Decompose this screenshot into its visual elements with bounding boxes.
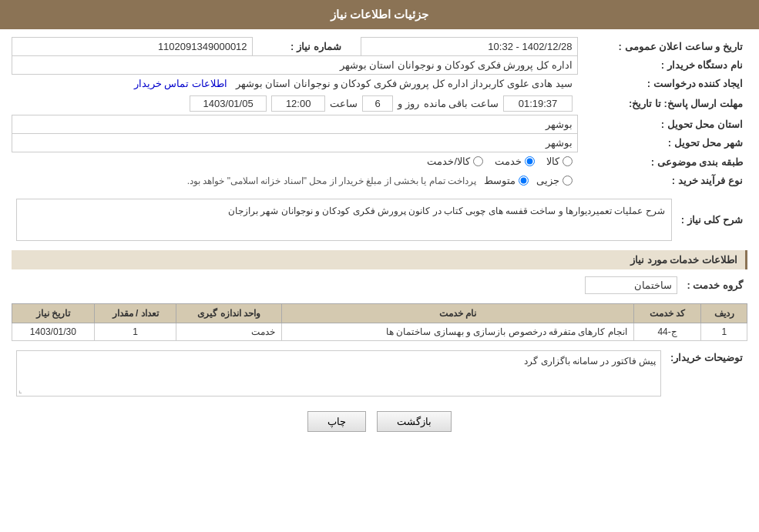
radio-medium-input[interactable] [519, 176, 529, 186]
remaining-value: 01:19:37 [503, 95, 573, 112]
send-time-value: 12:00 [271, 95, 325, 112]
page-header: جزئیات اطلاعات نیاز [0, 0, 759, 29]
cell-date: 1403/01/30 [12, 323, 95, 341]
col-unit: واحد اندازه گیری [176, 304, 282, 323]
purchase-type-row: جزیی متوسط پرداخت تمام یا بخشی از مبلغ خ… [12, 172, 578, 189]
description-label: شرح کلی نیاز : [677, 196, 747, 244]
send-date-label: مهلت ارسال پاسخ: تا تاریخ: [577, 92, 747, 115]
radio-partial-label: جزیی [536, 175, 559, 186]
province-label: استان محل تحویل : [577, 115, 747, 134]
buyer-notes-table: توضیحات خریدار: پیش فاکتور در سامانه باگ… [12, 347, 747, 400]
need-number-label: شماره نیاز : [252, 38, 346, 56]
col-quantity: تعداد / مقدار [94, 304, 176, 323]
purchase-type-desc: پرداخت تمام یا بخشی از مبلغ خریدار از مح… [187, 176, 476, 186]
send-day-value: 6 [362, 95, 393, 112]
resize-handle: ⌞ [18, 386, 22, 394]
group-value-cell: ساختمان [12, 273, 682, 297]
radio-goods-service-label: کالا/خدمت [427, 156, 470, 167]
buyer-notes-box: پیش فاکتور در سامانه باگزاری گرد ⌞ [16, 350, 661, 396]
city-value: بوشهر [12, 134, 578, 152]
print-button[interactable]: چاپ [307, 411, 366, 432]
buyer-org-label: نام دستگاه خریدار : [577, 56, 747, 75]
radio-goods-input[interactable] [563, 156, 573, 166]
created-by-label: ایجاد کننده درخواست : [577, 75, 747, 93]
created-by-row: سید هادی علوی کاربرداز اداره کل پرورش فک… [12, 75, 578, 93]
created-by-value: سید هادی علوی کاربرداز اداره کل پرورش فک… [236, 78, 573, 89]
category-row: کالا خدمت کالا/خدمت [12, 152, 578, 172]
purchase-type-label: نوع فرآیند خرید : [577, 172, 747, 189]
cell-service-code: ج-44 [633, 323, 701, 341]
cell-row-num: 1 [701, 323, 747, 341]
radio-partial[interactable]: جزیی [536, 175, 573, 186]
radio-goods-label: کالا [546, 156, 559, 167]
contact-link[interactable]: اطلاعات تماس خریدار [134, 78, 227, 89]
group-value: ساختمان [585, 276, 677, 294]
radio-medium-label: متوسط [484, 175, 516, 186]
page-title: جزئیات اطلاعات نیاز [331, 8, 428, 21]
category-label: طبقه بندی موضوعی : [577, 152, 747, 172]
page-wrapper: جزئیات اطلاعات نیاز تاریخ و ساعت اعلان ع… [0, 0, 759, 532]
remaining-label: ساعت باقی مانده [424, 98, 499, 109]
col-service-name: نام خدمت [282, 304, 634, 323]
radio-goods-service-input[interactable] [473, 156, 483, 166]
send-time-label: ساعت [330, 98, 358, 109]
info-table: تاریخ و ساعت اعلان عمومی : 1402/12/28 - … [12, 37, 747, 189]
city-label: شهر محل تحویل : [577, 134, 747, 152]
description-cell: شرح عملیات تعمیردیوارها و ساخت قفسه های … [12, 196, 677, 244]
col-date: تاریخ نیاز [12, 304, 95, 323]
buyer-notes-label: توضیحات خریدار: [666, 347, 747, 400]
buyer-notes-cell: پیش فاکتور در سامانه باگزاری گرد ⌞ [12, 347, 666, 400]
services-table: ردیف کد خدمت نام خدمت واحد اندازه گیری ت… [12, 303, 747, 341]
col-service-code: کد خدمت [633, 304, 701, 323]
table-row: 1 ج-44 انجام کارهای متفرقه درخصوص بازساز… [12, 323, 747, 341]
buttons-row: بازگشت چاپ [12, 411, 747, 432]
services-section-title: اطلاعات خدمات مورد نیاز [12, 250, 747, 269]
radio-goods[interactable]: کالا [546, 156, 573, 167]
cell-unit: خدمت [176, 323, 282, 341]
description-table: شرح کلی نیاز : شرح عملیات تعمیردیوارها و… [12, 196, 747, 244]
group-service-table: گروه خدمت : ساختمان [12, 273, 747, 297]
need-number-value: 1102091349000012 [12, 38, 253, 56]
radio-partial-input[interactable] [563, 176, 573, 186]
announcement-value: 1402/12/28 - 10:32 [361, 38, 577, 56]
radio-medium[interactable]: متوسط [484, 175, 529, 186]
description-box: شرح عملیات تعمیردیوارها و ساخت قفسه های … [16, 199, 672, 241]
back-button[interactable]: بازگشت [377, 411, 452, 432]
col-row-num: ردیف [701, 304, 747, 323]
radio-goods-service[interactable]: کالا/خدمت [427, 156, 483, 167]
send-date-value: 1403/01/05 [190, 95, 267, 112]
cell-quantity: 1 [94, 323, 176, 341]
group-label: گروه خدمت : [682, 273, 747, 297]
main-content: تاریخ و ساعت اعلان عمومی : 1402/12/28 - … [0, 29, 759, 447]
buyer-org-value: اداره کل پرورش فکری کودکان و نوجوانان اس… [12, 56, 578, 75]
send-day-label: روز و [398, 98, 419, 109]
announcement-label: تاریخ و ساعت اعلان عمومی : [577, 38, 747, 56]
radio-service-label: خدمت [495, 156, 522, 167]
cell-service-name: انجام کارهای متفرقه درخصوص بازسازی و بهس… [282, 323, 634, 341]
province-value: بوشهر [12, 115, 578, 134]
radio-service-input[interactable] [525, 156, 535, 166]
radio-service[interactable]: خدمت [495, 156, 535, 167]
send-date-row: 01:19:37 ساعت باقی مانده روز و 6 ساعت 12… [12, 92, 578, 115]
buyer-notes-content: پیش فاکتور در سامانه باگزاری گرد [524, 356, 656, 366]
